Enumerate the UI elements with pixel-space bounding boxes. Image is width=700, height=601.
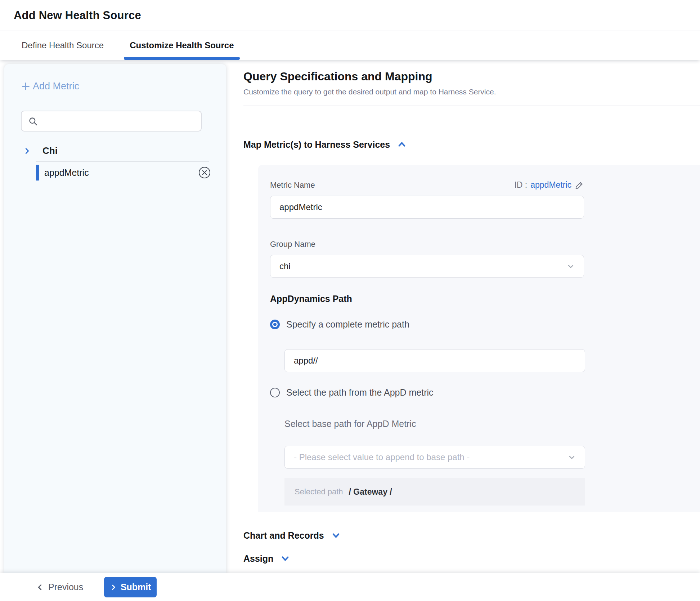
tab-customize-health-source[interactable]: Customize Health Source <box>130 31 234 60</box>
radio-select-label: Select the path from the AppD metric <box>286 387 434 398</box>
assign-title: Assign <box>243 553 273 564</box>
selected-path-value: / Gateway / <box>349 487 392 497</box>
chevron-right-icon <box>110 584 117 591</box>
add-metric-label: Add Metric <box>33 81 79 92</box>
footer-bar: Previous Submit <box>0 573 700 601</box>
metric-name-input[interactable] <box>270 196 584 219</box>
assign-section-header[interactable]: Assign <box>243 553 700 564</box>
metric-id-chip: ID : appdMetric <box>514 180 584 190</box>
selected-indicator-bar <box>36 165 39 181</box>
map-metrics-section-header[interactable]: Map Metric(s) to Harness Services <box>243 139 700 150</box>
metric-mapping-form: Metric Name ID : appdMetric Group Name c… <box>258 165 700 512</box>
group-name-value: chi <box>279 261 291 271</box>
chart-and-records-section-header[interactable]: Chart and Records <box>243 530 700 541</box>
chevron-down-icon <box>567 453 576 462</box>
tab-label: Customize Health Source <box>130 40 234 50</box>
content-area: Add Metric Chi <box>0 60 700 573</box>
metric-name-label: Metric Name <box>270 181 315 190</box>
metric-item-label: appdMetric <box>44 168 89 178</box>
metric-id-value: appdMetric <box>530 180 571 190</box>
map-metrics-section-title: Map Metric(s) to Harness Services <box>243 139 390 150</box>
previous-label: Previous <box>48 582 83 592</box>
metric-group-chi[interactable]: Chi <box>4 145 226 156</box>
page-title: Add New Health Source <box>14 9 141 22</box>
selected-path-bar: Selected path / Gateway / <box>284 478 585 506</box>
radio-unselected-icon <box>270 388 280 397</box>
group-name-label: Group Name <box>270 240 700 249</box>
edit-pencil-icon[interactable] <box>575 181 584 190</box>
complete-metric-path-input[interactable] <box>284 349 585 372</box>
metric-search-box <box>21 111 202 132</box>
base-path-select[interactable]: - Please select value to append to base … <box>284 446 585 469</box>
base-path-placeholder: - Please select value to append to base … <box>294 452 470 462</box>
metric-search-input[interactable] <box>42 116 201 126</box>
chevron-down-icon <box>566 262 575 271</box>
tab-bar: Define Health Source Customize Health So… <box>0 31 700 60</box>
search-icon <box>28 116 38 126</box>
chevron-left-icon <box>36 583 44 591</box>
metrics-sidebar: Add Metric Chi <box>0 60 229 573</box>
dialog-header: Add New Health Source <box>0 0 700 31</box>
chevron-down-icon <box>280 553 291 564</box>
tab-define-health-source[interactable]: Define Health Source <box>22 31 104 60</box>
selected-path-label: Selected path <box>295 487 343 497</box>
submit-button[interactable]: Submit <box>104 577 157 597</box>
radio-select-path-from-appd[interactable]: Select the path from the AppD metric <box>270 387 700 398</box>
previous-button[interactable]: Previous <box>36 582 83 592</box>
metrics-sidebar-card: Add Metric Chi <box>4 64 226 573</box>
tab-label: Define Health Source <box>22 40 104 50</box>
delete-metric-button[interactable] <box>198 166 211 179</box>
horizontal-divider <box>243 106 700 106</box>
add-metric-button[interactable]: Add Metric <box>21 81 226 92</box>
appdynamics-path-title: AppDynamics Path <box>270 294 700 304</box>
query-specifications-panel: Query Specifications and Mapping Customi… <box>229 60 700 573</box>
submit-label: Submit <box>121 582 151 592</box>
chart-and-records-title: Chart and Records <box>243 530 324 541</box>
chevron-right-icon <box>23 147 31 155</box>
plus-icon <box>21 81 31 91</box>
metric-group-label: Chi <box>42 145 58 156</box>
section-page-subtitle: Customize the query to get the desired o… <box>243 88 700 96</box>
metric-list-item-appdmetric[interactable]: appdMetric <box>36 161 211 184</box>
chevron-down-icon <box>331 530 341 541</box>
chevron-up-icon <box>396 139 407 150</box>
radio-selected-icon <box>270 320 280 329</box>
radio-complete-label: Specify a complete metric path <box>286 319 409 330</box>
base-path-label: Select base path for AppD Metric <box>284 419 700 429</box>
group-name-select[interactable]: chi <box>270 255 584 278</box>
id-prefix: ID : <box>514 180 527 190</box>
section-page-title: Query Specifications and Mapping <box>243 70 700 83</box>
radio-complete-metric-path[interactable]: Specify a complete metric path <box>270 319 700 330</box>
